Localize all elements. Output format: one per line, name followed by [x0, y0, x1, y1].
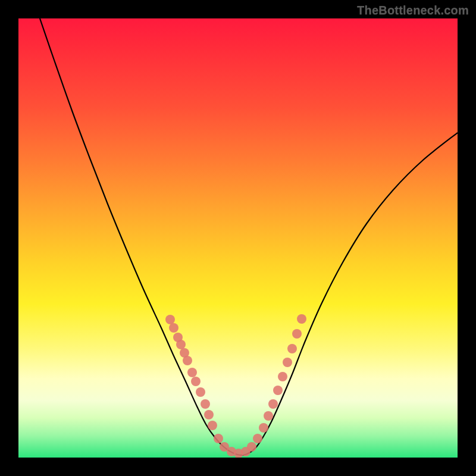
data-point-marker	[283, 358, 292, 367]
data-point-marker	[273, 386, 283, 395]
data-point-marker	[292, 329, 302, 339]
data-point-marker	[165, 315, 175, 324]
data-point-marker	[278, 372, 287, 381]
plot-area	[18, 18, 458, 458]
data-point-marker	[264, 411, 273, 421]
watermark-text: TheBottleneck.com	[357, 4, 469, 17]
data-point-marker	[169, 323, 178, 333]
data-point-marker	[191, 377, 201, 386]
data-point-marker	[247, 442, 256, 452]
data-point-marker	[287, 344, 297, 353]
data-point-marker	[187, 368, 197, 377]
data-point-marker	[196, 387, 205, 397]
bottleneck-curve	[40, 18, 458, 455]
data-point-marker	[204, 410, 214, 419]
data-point-marker	[253, 434, 262, 443]
data-point-marker	[183, 356, 192, 365]
data-point-marker	[259, 423, 268, 433]
data-point-marker	[297, 314, 306, 324]
data-point-marker	[214, 434, 223, 443]
outer-frame: TheBottleneck.com	[0, 0, 476, 476]
data-point-marker	[268, 399, 278, 409]
data-markers	[165, 314, 306, 458]
data-point-marker	[208, 421, 217, 430]
curve-layer	[18, 18, 458, 458]
data-point-marker	[201, 399, 210, 409]
data-point-marker	[176, 340, 186, 349]
